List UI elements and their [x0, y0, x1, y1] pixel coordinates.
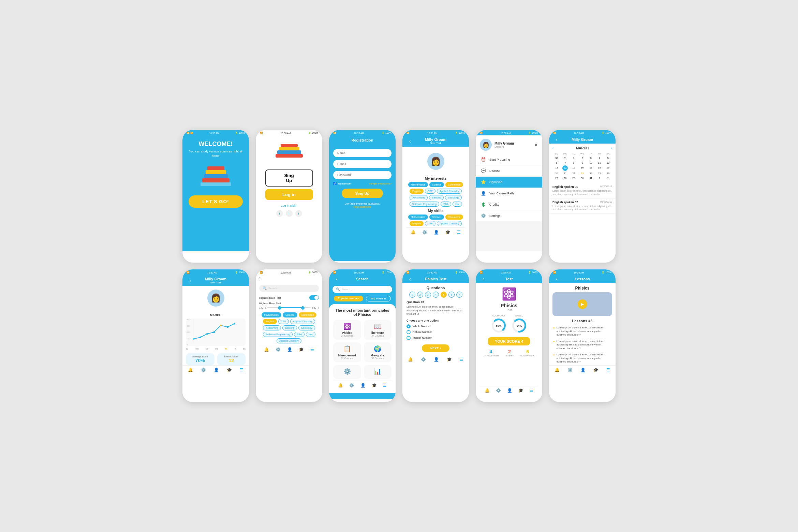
new-password-link[interactable]: New password [353, 205, 371, 208]
nav-gear-10[interactable]: ⚙️ [421, 357, 426, 362]
nav-menu-7[interactable]: ☰ [240, 368, 243, 372]
nav-bell-8[interactable]: 🔔 [264, 347, 269, 352]
nav-hat-9[interactable]: 🎓 [372, 383, 377, 388]
num-5[interactable]: 5 [441, 292, 447, 298]
cal-day[interactable]: 5 [604, 156, 612, 160]
nav-gear-9[interactable]: ⚙️ [349, 383, 354, 388]
cal-day[interactable]: 7 [561, 161, 569, 165]
nav-gear[interactable]: ⚙️ [422, 230, 427, 235]
forgot-password-link[interactable]: Forget Password? [369, 182, 391, 185]
filter-tag-accounting[interactable]: Accounting [263, 325, 281, 330]
filter-tag-sociology[interactable]: Sociology [298, 325, 315, 330]
nav-gear-11[interactable]: ⚙️ [496, 388, 501, 393]
play-button[interactable]: ▶ [578, 299, 587, 309]
test-result-back[interactable]: ‹ [483, 276, 484, 282]
tag-software-eng[interactable]: Software Engineering [410, 202, 440, 207]
nav-person-10[interactable]: 👤 [434, 357, 439, 362]
registration-signup-button[interactable]: Sing Up [342, 189, 383, 198]
num-7[interactable]: 7 [456, 292, 462, 298]
cal-day[interactable]: 21 [561, 171, 569, 176]
tag-science[interactable]: Science [429, 182, 444, 187]
social-icon-1[interactable]: i [276, 210, 283, 217]
video-thumbnail[interactable]: ▶ [552, 292, 612, 316]
filter-tag-cse[interactable]: CSE [278, 319, 289, 324]
slider-left-thumb[interactable] [278, 306, 281, 310]
nav-hat-12[interactable]: 🎓 [593, 368, 598, 372]
radio-natural[interactable] [407, 330, 411, 334]
cal-day[interactable]: 3 [587, 156, 595, 160]
cal-day[interactable]: 25 [595, 171, 604, 176]
nav-person-8[interactable]: 👤 [287, 347, 292, 352]
cal-day[interactable]: 4 [595, 156, 604, 160]
search-back[interactable]: ‹ [336, 276, 338, 282]
nav-person-11[interactable]: 👤 [507, 388, 512, 393]
menu-item-discuss[interactable]: 💬 Discuss [476, 165, 542, 176]
cal-day[interactable]: 30 [578, 176, 586, 180]
toggle-switch[interactable] [309, 295, 319, 300]
menu-item-settings[interactable]: ⚙️ Settings [476, 210, 542, 221]
signup-button[interactable]: Sing Up [265, 169, 313, 187]
password-input[interactable] [333, 171, 391, 179]
nav-hat-8[interactable]: 🎓 [299, 347, 304, 352]
filter-tag-banking[interactable]: Banking [282, 325, 297, 330]
cal-day[interactable]: 31 [587, 176, 595, 180]
nav-menu-8[interactable]: ☰ [310, 347, 314, 352]
cal-day[interactable]: 1 [570, 156, 578, 160]
num-3[interactable]: 3 [425, 292, 431, 298]
cal-day[interactable]: 10 [587, 161, 595, 165]
nav-hat-10[interactable]: 🎓 [447, 357, 452, 362]
cal-day[interactable]: 29 [570, 176, 578, 180]
next-button[interactable]: NEXT › [422, 344, 449, 352]
cal-day[interactable]: 15 [570, 165, 578, 171]
search-placeholder[interactable]: Search... [342, 288, 353, 291]
num-4[interactable]: 4 [433, 292, 439, 298]
search-input[interactable]: Search... [268, 287, 315, 290]
cal-prev-button[interactable]: ‹ [552, 146, 553, 150]
cal-day[interactable]: 11 [595, 161, 604, 165]
nav-gear-7[interactable]: ⚙️ [201, 368, 206, 372]
cal-day[interactable]: 16 [578, 165, 586, 171]
nav-bell-11[interactable]: 🔔 [485, 388, 490, 393]
tag-law[interactable]: law [453, 202, 462, 207]
skill-tag-cse[interactable]: CSE [425, 221, 435, 226]
nav-bell-12[interactable]: 🔔 [555, 368, 560, 372]
nav-person[interactable]: 👤 [434, 230, 439, 235]
cal-day[interactable]: 24 [587, 171, 595, 176]
filter-tag-bba[interactable]: BBA [294, 332, 305, 337]
menu-item-start-preparing[interactable]: ⏰ Start Preparing [476, 154, 542, 165]
nav-person-12[interactable]: 👤 [580, 368, 586, 372]
course-card-extra2[interactable]: 📊 [364, 365, 392, 379]
filter-tag-math[interactable]: Mathematics [262, 312, 282, 317]
tag-sociology[interactable]: Sociology [445, 195, 462, 200]
cal-day[interactable]: 12 [604, 161, 612, 165]
cal-day[interactable]: 19 [604, 165, 612, 171]
lets-go-button[interactable]: LET'S GO! [189, 195, 242, 208]
cal-day[interactable]: 8 [570, 161, 578, 165]
cal-day[interactable]: 31 [561, 156, 569, 160]
lessons-back[interactable]: ‹ [556, 276, 558, 282]
tag-applied-chemitry[interactable]: Applied Chemitry [437, 189, 462, 194]
nav-bell[interactable]: 🔔 [411, 230, 416, 235]
social-icon-3[interactable]: i [295, 210, 302, 217]
cal-day[interactable]: 13 [552, 165, 561, 171]
skill-tag-science[interactable]: Science [429, 215, 444, 220]
nav-menu[interactable]: ☰ [457, 230, 461, 235]
nav-bell-7[interactable]: 🔔 [188, 368, 193, 372]
nav-hat-7[interactable]: 🎓 [227, 368, 232, 372]
course-card-management[interactable]: 📋 Management 32 Courses [333, 342, 361, 362]
filter-tag-english[interactable]: English [263, 319, 277, 324]
cal-day-highlighted[interactable]: 23 [578, 171, 586, 176]
cal-day[interactable]: 30 [552, 156, 561, 160]
email-input[interactable] [333, 160, 391, 168]
nav-person-7[interactable]: 👤 [214, 368, 219, 372]
social-icon-2[interactable]: i [286, 210, 293, 217]
nav-menu-9[interactable]: ☰ [383, 383, 387, 388]
filter-tag-se[interactable]: Software Engineering [263, 332, 293, 337]
back-button[interactable]: ‹ [409, 138, 411, 144]
tag-english[interactable]: English [410, 189, 424, 194]
course-card-phisics[interactable]: ⚛️ Phisics 24 Courses [333, 320, 361, 340]
filter-tag-applied[interactable]: Applied Chemitry [290, 319, 315, 324]
menu-item-credits[interactable]: 💲 Credits [476, 199, 542, 210]
nav-bell-9[interactable]: 🔔 [338, 383, 343, 388]
skill-tag-english[interactable]: English [410, 221, 424, 226]
